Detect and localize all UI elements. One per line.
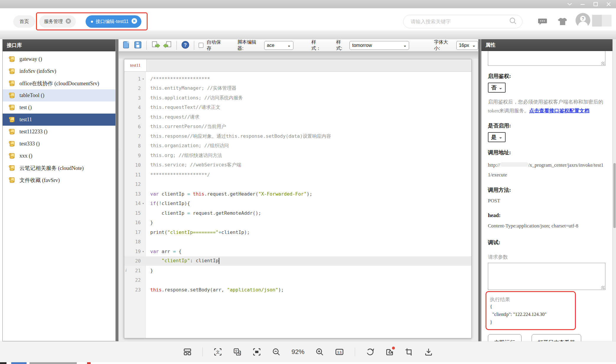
code-line[interactable]: i21} [124, 266, 471, 276]
download-icon[interactable] [424, 347, 433, 356]
auth-select[interactable]: 否⌄ [488, 83, 506, 93]
editor-toolbar: ? 自动保存 脚本编辑器: ace⌄ 样式： 样式: tomorrow⌄ 字体大… [119, 39, 478, 52]
zoom-out-icon[interactable] [272, 347, 281, 356]
open-log-button[interactable]: 打开日志查看器 [532, 334, 581, 341]
tab-interface-edit[interactable]: 接口编辑-test11 [86, 15, 141, 28]
sidebar-item[interactable]: 文件收藏 (favSrv) [3, 174, 115, 186]
code-line[interactable]: 17print("clientIp========"+clientIp); [124, 227, 471, 237]
save-icon[interactable] [134, 41, 142, 50]
edit-icon[interactable] [385, 347, 394, 356]
tab-close-icon[interactable] [131, 18, 137, 25]
export-icon[interactable] [151, 41, 160, 50]
code-line[interactable]: 16} [124, 218, 471, 228]
resize-grip[interactable] [601, 286, 604, 289]
translate-icon[interactable]: 文A [233, 347, 242, 356]
new-file-icon[interactable] [122, 41, 130, 50]
maximize-icon[interactable] [591, 1, 600, 7]
panel-divider[interactable] [116, 39, 119, 341]
fit-screen-icon[interactable] [252, 347, 261, 356]
code-line[interactable]: 4this.requestText//请求正文 [124, 103, 471, 113]
code-line[interactable]: 2this.entityManager; //实体管理器 [124, 84, 471, 94]
property-textarea-top[interactable] [488, 51, 605, 66]
fold-caret-icon[interactable]: ▾ [141, 202, 146, 205]
search-input[interactable]: 请输入搜索关键字 [403, 15, 522, 28]
code-line[interactable]: 1▾/******************** [124, 74, 471, 84]
fold-caret-icon[interactable]: ▾ [141, 250, 146, 253]
code-line[interactable]: 9this.org; //组织快速访问方法 [124, 151, 471, 160]
style-select[interactable]: tomorrow⌄ [349, 41, 409, 50]
code-line[interactable]: 23this.response.setBody(arr, "applicatio… [124, 285, 471, 295]
code-line[interactable]: 20 "clientIp": clientIp [124, 256, 471, 266]
result-label: 执行结果 [490, 296, 575, 303]
svg-text:?: ? [184, 42, 187, 47]
panel-divider[interactable] [478, 39, 481, 341]
code-line[interactable]: 7this.response//响应对象。通过this.response.set… [124, 132, 471, 141]
sidebar-item[interactable]: office在线协作 (cloudDocumentSrv) [3, 77, 115, 89]
svg-text:?: ? [582, 16, 584, 21]
search-icon[interactable] [509, 17, 517, 26]
code-line[interactable]: 3this.applications; //访问系统内服务 [124, 93, 471, 103]
code-text: ********************/ [146, 172, 471, 178]
resize-grip[interactable] [601, 62, 604, 65]
layout-icon[interactable] [183, 347, 192, 356]
editor-strip [119, 52, 478, 59]
sidebar-item[interactable]: gateway () [3, 53, 115, 65]
code-line[interactable]: 11********************/ [124, 170, 471, 180]
rotate-icon[interactable] [366, 347, 375, 356]
script-editor-select[interactable]: ace⌄ [264, 41, 293, 50]
code-line[interactable]: 8this.organization; //组织访问 [124, 141, 471, 151]
code-line[interactable]: 15 clientIp = request.getRemoteAddr(); [124, 208, 471, 218]
chevron-down-icon[interactable] [565, 1, 574, 7]
code-line[interactable]: 22 [124, 276, 471, 285]
code-line[interactable]: 12 [124, 180, 471, 189]
tab-service-management[interactable]: 服务管理 [39, 15, 76, 28]
ocr-select-icon[interactable]: 文 [213, 347, 222, 356]
chat-bubble-icon[interactable] [538, 17, 547, 27]
close-icon[interactable] [604, 1, 613, 7]
sidebar-item[interactable]: tableTool () [3, 89, 115, 101]
sidebar-item[interactable]: infoSrv (infoSrv) [3, 65, 115, 77]
auth-doc-link[interactable]: 点击查看接口鉴权配置文档 [529, 108, 589, 114]
code-text: this.request//请求 [146, 114, 471, 120]
import-icon[interactable] [163, 41, 172, 50]
tshirt-icon[interactable] [557, 17, 567, 27]
help-icon[interactable]: ? [181, 41, 189, 50]
sidebar-title: 接口库 [3, 40, 115, 51]
enabled-select[interactable]: 是⌄ [488, 132, 506, 142]
code-line[interactable]: 10this.service; //webSerivces客户端 [124, 160, 471, 170]
code-line[interactable]: 6this.currentPerson//当前用户 [124, 122, 471, 132]
sidebar-item-label: 文件收藏 (favSrv) [19, 177, 60, 184]
head-label: head: [488, 212, 605, 219]
scrollbar[interactable] [612, 39, 616, 341]
minimize-icon[interactable] [578, 1, 587, 7]
scrollbar-thumb[interactable] [613, 163, 616, 228]
code-line[interactable]: 13var clientIp = this.request.getHeader(… [124, 189, 471, 199]
tab-home[interactable]: 首页 [13, 15, 35, 28]
editor-area: ? 自动保存 脚本编辑器: ace⌄ 样式： 样式: tomorrow⌄ 字体大… [119, 39, 478, 341]
code-lines[interactable]: 1▾/********************2this.entityManag… [124, 72, 471, 338]
request-params-textarea[interactable] [488, 263, 605, 290]
sidebar-item[interactable]: test11 [3, 114, 115, 126]
crop-icon[interactable] [405, 347, 414, 356]
sidebar-item[interactable]: xxx () [3, 150, 115, 162]
actual-size-icon[interactable]: 1:1 [335, 347, 344, 356]
zoom-in-icon[interactable] [315, 347, 324, 356]
sidebar-item[interactable]: test () [3, 101, 115, 114]
autosave-checkbox[interactable] [199, 43, 203, 48]
code-line[interactable]: 14▾if(!clientIp){ [124, 199, 471, 209]
code-line[interactable]: 18 [124, 237, 471, 247]
code-line[interactable]: 5this.request//请求 [124, 112, 471, 122]
line-number: 7 [128, 134, 141, 139]
style-label: 样式： [311, 39, 325, 52]
sidebar-item[interactable]: 云笔记相关服务 (cloudNote) [3, 162, 115, 174]
code-line[interactable]: 19▾var arr = { [124, 247, 471, 256]
sidebar-item[interactable]: test112233 () [3, 126, 115, 138]
font-size-select[interactable]: 16px⌄ [456, 41, 478, 50]
run-button[interactable]: 立即运行 [488, 334, 522, 341]
avatar[interactable]: ? [576, 13, 590, 28]
editor-tab-test11[interactable]: test11 [124, 59, 147, 71]
sidebar-item[interactable]: test333 () [3, 138, 115, 150]
fold-caret-icon[interactable]: ▾ [141, 77, 146, 81]
head-value: Content-Type:application/json; charset=u… [488, 221, 605, 231]
tab-close-icon[interactable] [66, 18, 71, 25]
